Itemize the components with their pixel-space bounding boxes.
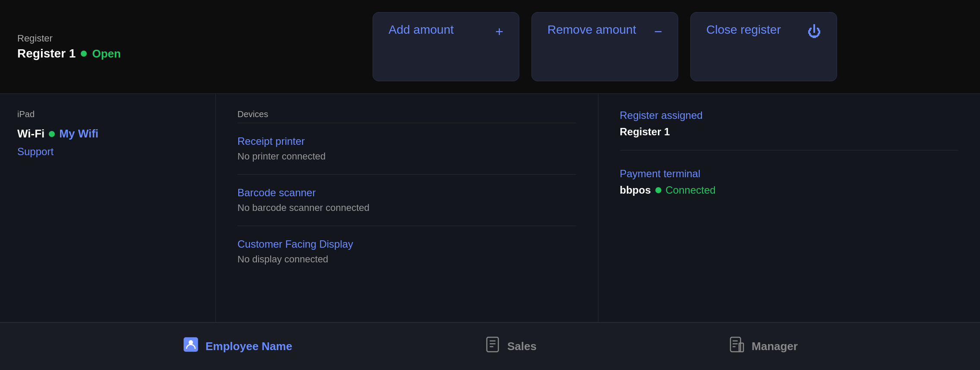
register-name-row: Register 1 Open [17,47,233,61]
svg-point-1 [189,340,193,344]
register-label: Register [17,33,233,44]
nav-manager[interactable]: Manager [728,336,798,357]
wifi-status-dot [49,131,55,137]
action-buttons: Add amount + Remove amount − Close regis… [247,12,963,81]
add-amount-button[interactable]: Add amount + [373,12,519,81]
register-assigned-item: Register assigned Register 1 [620,109,959,150]
receipt-printer-status: No printer connected [237,151,576,162]
wifi-label: Wi-Fi [17,127,44,140]
payment-status-dot [655,187,661,193]
svg-rect-10 [739,343,743,352]
register-assigned-value: Register 1 [620,126,959,138]
devices-divider [237,123,576,123]
plus-icon: + [495,24,503,40]
payment-terminal-item: Payment terminal bbpos Connected [620,168,959,208]
person-icon [182,336,199,357]
devices-label: Devices [237,109,576,119]
status-open-label: Open [92,47,120,61]
close-register-label: Close register [706,22,781,38]
sales-label: Sales [507,340,537,353]
ipad-label: iPad [17,109,198,119]
employee-name-label: Employee Name [205,340,292,353]
barcode-scanner-status: No barcode scanner connected [237,202,576,214]
nav-sales[interactable]: Sales [484,336,537,357]
status-indicator-dot [81,51,87,57]
barcode-scanner-item: Barcode scanner No barcode scanner conne… [237,187,576,226]
barcode-scanner-label[interactable]: Barcode scanner [237,187,576,199]
ipad-section: iPad Wi-Fi My Wifi Support [0,94,216,322]
payment-status-row: bbpos Connected [620,184,959,196]
support-link[interactable]: Support [17,146,198,158]
manager-icon [728,336,746,357]
wifi-name: My Wifi [59,127,98,140]
customer-display-status: No display connected [237,254,576,265]
register-devices-section: Register assigned Register 1 Payment ter… [598,94,980,322]
sales-icon [484,336,501,357]
minus-icon: − [654,24,662,40]
payment-device-name: bbpos [620,184,651,196]
power-icon: ⏻ [807,24,821,40]
remove-amount-button[interactable]: Remove amount − [531,12,678,81]
devices-section: Devices Receipt printer No printer conne… [216,94,598,322]
receipt-printer-label[interactable]: Receipt printer [237,135,576,147]
top-section: Register Register 1 Open Add amount + Re… [0,0,980,94]
register-info: Register Register 1 Open [17,33,233,61]
bottom-nav: Employee Name Sales Manager [0,322,980,370]
manager-label: Manager [752,340,798,353]
customer-display-label[interactable]: Customer Facing Display [237,238,576,250]
payment-terminal-label[interactable]: Payment terminal [620,168,959,180]
middle-section: iPad Wi-Fi My Wifi Support Devices Recei… [0,94,980,322]
add-amount-label: Add amount [389,22,454,38]
remove-amount-label: Remove amount [547,22,636,38]
register-name: Register 1 [17,47,76,61]
payment-connected-status: Connected [666,184,716,196]
wifi-row: Wi-Fi My Wifi [17,127,198,140]
close-register-button[interactable]: Close register ⏻ [690,12,837,81]
register-assigned-label[interactable]: Register assigned [620,109,959,121]
customer-display-item: Customer Facing Display No display conne… [237,238,576,277]
nav-employee[interactable]: Employee Name [182,336,292,357]
svg-rect-2 [487,337,499,351]
receipt-printer-item: Receipt printer No printer connected [237,135,576,175]
